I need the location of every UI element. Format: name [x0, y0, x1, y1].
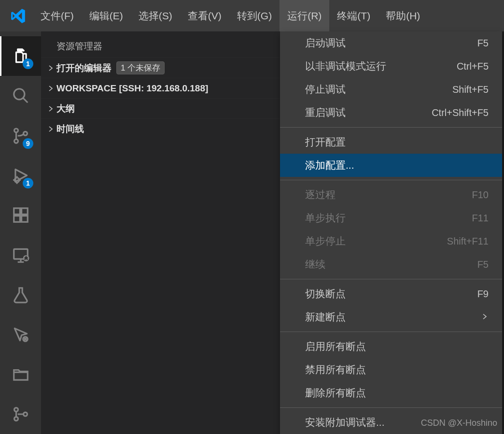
chevron-right-icon	[45, 64, 56, 72]
badge: 1	[23, 178, 33, 188]
menu-item[interactable]: 停止调试Shift+F5	[280, 78, 502, 101]
menu-separator	[280, 332, 502, 332]
svg-point-2	[14, 139, 18, 143]
menu-item-label: 启用所有断点	[305, 340, 366, 353]
explorer-title: 资源管理器	[41, 31, 280, 58]
menu-item: 单步停止Shift+F11	[280, 230, 502, 253]
keyboard-shortcut: F5	[477, 38, 489, 49]
chevron-right-icon	[45, 105, 56, 113]
menu-item-label: 单步执行	[305, 211, 346, 225]
svg-point-13	[14, 417, 18, 420]
menu-item[interactable]: 删除所有断点	[280, 381, 502, 405]
remote-explorer-icon[interactable]	[0, 235, 41, 275]
explorer-icon[interactable]: 1	[0, 36, 41, 76]
menu-view[interactable]: 查看(V)	[180, 0, 229, 31]
section-label: WORKSPACE [SSH: 192.168.0.188]	[56, 83, 208, 94]
menu-item[interactable]: 切换断点F9	[280, 282, 502, 305]
keyboard-shortcut: Ctrl+Shift+F5	[432, 107, 489, 118]
explorer-section[interactable]: 打开的编辑器1 个未保存	[41, 58, 280, 78]
keyboard-shortcut: F11	[472, 213, 489, 224]
menu-item[interactable]: 禁用所有断点	[280, 358, 502, 381]
chevron-right-icon	[481, 311, 489, 323]
menu-item: 继续F5	[280, 253, 502, 276]
vscode-logo-icon	[4, 8, 33, 24]
menu-item-label: 停止调试	[305, 83, 346, 96]
svg-point-3	[23, 131, 27, 135]
menu-item[interactable]: 安装附加调试器...	[280, 411, 502, 434]
svg-point-1	[14, 129, 18, 132]
activity-bar: 191	[0, 31, 41, 434]
section-label: 时间线	[56, 123, 84, 135]
section-label: 大纲	[56, 102, 75, 115]
svg-rect-8	[21, 208, 28, 215]
menu-item-label: 启动调试	[305, 36, 346, 50]
menu-item[interactable]: 添加配置...	[280, 154, 502, 177]
unsaved-tag: 1 个未保存	[116, 61, 165, 74]
chevron-right-icon	[45, 85, 56, 92]
menu-file[interactable]: 文件(F)	[33, 0, 82, 31]
menu-item[interactable]: 新建断点	[280, 305, 502, 329]
section-label: 打开的编辑器	[56, 62, 112, 74]
search-icon[interactable]	[0, 76, 41, 116]
badge: 9	[23, 138, 33, 149]
keyboard-shortcut: Ctrl+F5	[457, 61, 489, 72]
svg-rect-6	[14, 216, 20, 222]
menu-separator	[280, 180, 502, 180]
menu-item-label: 继续	[305, 258, 325, 271]
menu-item[interactable]: 重启调试Ctrl+Shift+F5	[280, 101, 502, 124]
badge: 1	[23, 58, 33, 69]
menu-item-label: 禁用所有断点	[305, 363, 366, 376]
menu-item[interactable]: 启用所有断点	[280, 335, 502, 358]
menu-terminal[interactable]: 终端(T)	[329, 0, 378, 31]
menu-item-label: 删除所有断点	[305, 386, 366, 400]
folder-icon[interactable]	[0, 354, 41, 394]
menubar: 文件(F)编辑(E)选择(S)查看(V)转到(G)运行(R)终端(T)帮助(H)	[33, 0, 428, 31]
explorer-section[interactable]: WORKSPACE [SSH: 192.168.0.188]	[41, 78, 280, 98]
explorer-sidebar: 资源管理器 打开的编辑器1 个未保存WORKSPACE [SSH: 192.16…	[41, 31, 280, 434]
extensions-icon[interactable]	[0, 195, 41, 235]
svg-point-14	[23, 412, 27, 416]
menu-item-label: 逐过程	[305, 188, 336, 202]
menu-item[interactable]: 以非调试模式运行Ctrl+F5	[280, 55, 502, 78]
live-share-icon[interactable]	[0, 315, 41, 354]
menu-separator	[280, 407, 502, 408]
keyboard-shortcut: Shift+F5	[452, 84, 489, 95]
keyboard-shortcut: F10	[472, 189, 489, 201]
menu-item-label: 重启调试	[305, 106, 346, 119]
menu-item-label: 切换断点	[305, 287, 346, 301]
testing-icon[interactable]	[0, 275, 41, 315]
run-debug-icon[interactable]: 1	[0, 156, 41, 195]
keyboard-shortcut: F5	[477, 259, 489, 270]
menu-edit[interactable]: 编辑(E)	[82, 0, 131, 31]
explorer-section[interactable]: 时间线	[41, 118, 280, 139]
svg-rect-5	[14, 208, 20, 215]
menu-item-label: 打开配置	[305, 135, 346, 149]
menu-go[interactable]: 转到(G)	[229, 0, 280, 31]
menu-selection[interactable]: 选择(S)	[131, 0, 180, 31]
chevron-right-icon	[45, 125, 56, 133]
menu-separator	[280, 127, 502, 128]
svg-rect-7	[21, 216, 28, 222]
menu-item-label: 安装附加调试器...	[305, 416, 385, 429]
menu-item: 逐过程F10	[280, 183, 502, 206]
svg-point-0	[14, 89, 24, 100]
menu-separator	[280, 279, 502, 279]
menu-item[interactable]: 打开配置	[280, 130, 502, 154]
menu-item-label: 添加配置...	[305, 159, 354, 172]
menu-item: 单步执行F11	[280, 206, 502, 230]
menu-item[interactable]: 启动调试F5	[280, 31, 502, 55]
svg-point-12	[14, 407, 18, 411]
menu-item-label: 以非调试模式运行	[305, 59, 386, 73]
run-menu-dropdown: 启动调试F5以非调试模式运行Ctrl+F5停止调试Shift+F5重启调试Ctr…	[280, 31, 502, 434]
keyboard-shortcut: F9	[477, 289, 489, 300]
explorer-section[interactable]: 大纲	[41, 98, 280, 118]
source-control-icon[interactable]: 9	[0, 116, 41, 156]
menu-help[interactable]: 帮助(H)	[378, 0, 428, 31]
menu-item-label: 新建断点	[305, 310, 346, 324]
menu-run[interactable]: 运行(R)	[280, 0, 329, 31]
keyboard-shortcut: Shift+F11	[447, 236, 489, 247]
menu-item-label: 单步停止	[305, 234, 346, 248]
git-graph-icon[interactable]	[0, 394, 41, 434]
